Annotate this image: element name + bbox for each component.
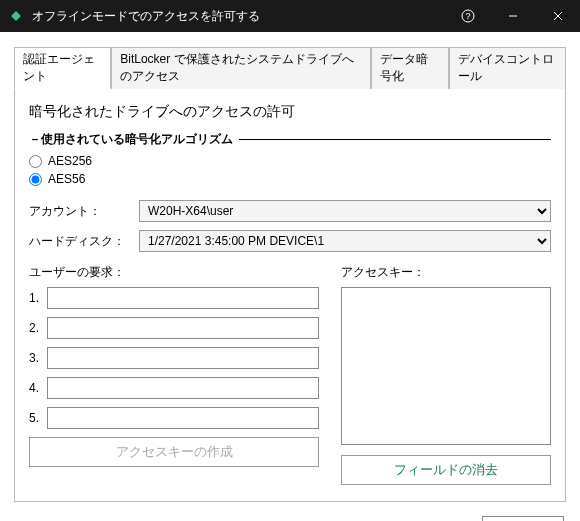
account-row: アカウント： W20H-X64\user xyxy=(29,200,551,222)
tab-bitlocker[interactable]: BitLocker で保護されたシステムドライブへのアクセス xyxy=(111,47,371,89)
num-3: 3. xyxy=(29,351,47,365)
create-btn-row: アクセスキーの作成 xyxy=(29,437,319,467)
access-key-textarea[interactable] xyxy=(341,287,551,445)
panel-heading: 暗号化されたドライブへのアクセスの許可 xyxy=(29,101,551,131)
harddisk-label: ハードディスク： xyxy=(29,233,139,250)
minimize-button[interactable] xyxy=(490,0,535,32)
access-key-label: アクセスキー： xyxy=(341,264,551,281)
harddisk-row: ハードディスク： 1/27/2021 3:45:00 PM DEVICE\1 xyxy=(29,230,551,252)
request-input-4[interactable] xyxy=(47,377,319,399)
num-2: 2. xyxy=(29,321,47,335)
access-key-column: アクセスキー： フィールドの消去 xyxy=(341,264,551,485)
create-access-key-button[interactable]: アクセスキーの作成 xyxy=(29,437,319,467)
split-columns: ユーザーの要求： 1. 2. 3. 4. 5. xyxy=(29,264,551,485)
request-row-4: 4. xyxy=(29,377,319,399)
algorithm-group-title: －使用されている暗号化アルゴリズム xyxy=(29,131,233,148)
request-row-5: 5. xyxy=(29,407,319,429)
content-area: 認証エージェント BitLocker で保護されたシステムドライブへのアクセス … xyxy=(0,32,580,502)
request-input-3[interactable] xyxy=(47,347,319,369)
request-input-5[interactable] xyxy=(47,407,319,429)
footer: ヘルプ 閉じる xyxy=(0,502,580,521)
user-request-column: ユーザーの要求： 1. 2. 3. 4. 5. xyxy=(29,264,319,485)
request-row-3: 3. xyxy=(29,347,319,369)
request-input-1[interactable] xyxy=(47,287,319,309)
num-5: 5. xyxy=(29,411,47,425)
clear-btn-row: フィールドの消去 xyxy=(341,455,551,485)
account-label: アカウント： xyxy=(29,203,139,220)
harddisk-select[interactable]: 1/27/2021 3:45:00 PM DEVICE\1 xyxy=(139,230,551,252)
help-icon[interactable]: ? xyxy=(445,0,490,32)
close-button[interactable] xyxy=(535,0,580,32)
radio-aes56-input[interactable] xyxy=(29,173,42,186)
radio-aes256[interactable]: AES256 xyxy=(29,154,551,168)
algorithm-group-header: －使用されている暗号化アルゴリズム xyxy=(29,131,551,148)
tab-data-encryption[interactable]: データ暗号化 xyxy=(371,47,448,89)
num-4: 4. xyxy=(29,381,47,395)
tab-auth-agent[interactable]: 認証エージェント xyxy=(14,47,111,89)
clear-fields-button[interactable]: フィールドの消去 xyxy=(341,455,551,485)
close-dialog-button[interactable]: 閉じる xyxy=(482,516,564,521)
radio-aes256-label: AES256 xyxy=(48,154,92,168)
svg-text:?: ? xyxy=(465,11,470,21)
titlebar: オフラインモードでのアクセスを許可する ? xyxy=(0,0,580,32)
panel: 暗号化されたドライブへのアクセスの許可 －使用されている暗号化アルゴリズム AE… xyxy=(14,89,566,502)
divider-line xyxy=(239,139,551,140)
tab-strip: 認証エージェント BitLocker で保護されたシステムドライブへのアクセス … xyxy=(14,46,566,89)
radio-aes56[interactable]: AES56 xyxy=(29,172,551,186)
radio-aes256-input[interactable] xyxy=(29,155,42,168)
request-row-1: 1. xyxy=(29,287,319,309)
request-input-2[interactable] xyxy=(47,317,319,339)
num-1: 1. xyxy=(29,291,47,305)
window-title: オフラインモードでのアクセスを許可する xyxy=(32,8,445,25)
request-row-2: 2. xyxy=(29,317,319,339)
tab-device-control[interactable]: デバイスコントロール xyxy=(449,47,566,89)
user-request-label: ユーザーの要求： xyxy=(29,264,319,281)
account-select[interactable]: W20H-X64\user xyxy=(139,200,551,222)
radio-aes56-label: AES56 xyxy=(48,172,85,186)
app-logo-icon xyxy=(8,8,24,24)
